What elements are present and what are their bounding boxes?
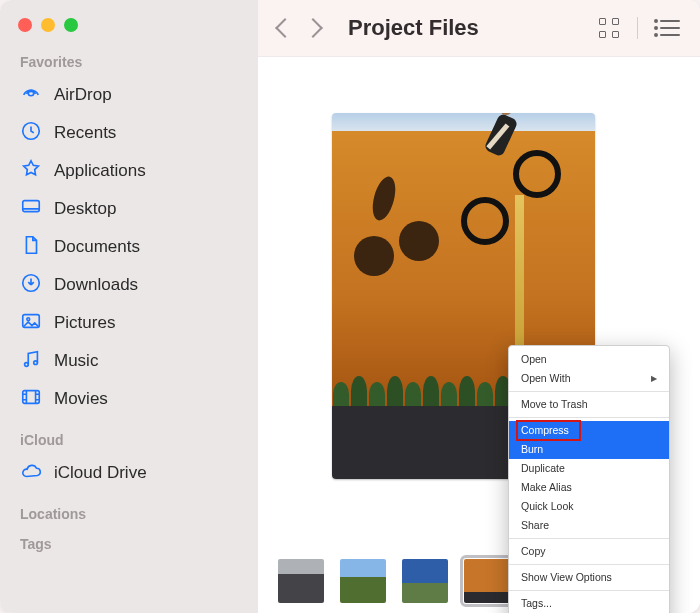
sidebar-item-icloud-drive[interactable]: iCloud Drive [14, 454, 244, 492]
sidebar-item-label: Recents [54, 123, 116, 143]
svg-rect-8 [23, 391, 40, 404]
desktop-icon [20, 196, 42, 222]
downloads-icon [20, 272, 42, 298]
menu-item-show-view-options[interactable]: Show View Options [509, 568, 669, 587]
sidebar-item-music[interactable]: Music [14, 342, 244, 380]
menu-item-tags[interactable]: Tags... [509, 594, 669, 613]
sidebar-item-label: Pictures [54, 313, 115, 333]
section-header-tags: Tags [20, 536, 244, 552]
menu-item-burn[interactable]: Burn [509, 440, 669, 459]
menu-item-label: Open [521, 352, 547, 367]
list-view-button[interactable] [660, 20, 680, 36]
movies-icon [20, 386, 42, 412]
page-title: Project Files [348, 15, 479, 41]
section-header-locations: Locations [20, 506, 244, 522]
section-header-favorites: Favorites [20, 54, 244, 70]
sidebar-item-airdrop[interactable]: AirDrop [14, 76, 244, 114]
menu-item-quick-look[interactable]: Quick Look [509, 497, 669, 516]
sidebar-item-label: Movies [54, 389, 108, 409]
sidebar-item-label: Music [54, 351, 98, 371]
back-button[interactable] [275, 18, 295, 38]
menu-item-label: Quick Look [521, 499, 574, 514]
sidebar-item-label: Applications [54, 161, 146, 181]
sidebar-item-desktop[interactable]: Desktop [14, 190, 244, 228]
svg-point-5 [27, 318, 30, 321]
section-header-icloud: iCloud [20, 432, 244, 448]
svg-rect-2 [23, 201, 40, 212]
menu-separator [509, 391, 669, 392]
finder-window: Favorites AirDrop Recents Applications D… [0, 0, 700, 613]
thumbnail-item-selected[interactable] [464, 559, 510, 603]
sidebar-item-documents[interactable]: Documents [14, 228, 244, 266]
menu-item-duplicate[interactable]: Duplicate [509, 459, 669, 478]
context-menu: OpenOpen With▶Move to TrashCompressBurnD… [508, 345, 670, 613]
thumbnail-item[interactable] [278, 559, 324, 603]
icon-view-button[interactable] [599, 18, 619, 38]
sidebar-item-label: iCloud Drive [54, 463, 147, 483]
close-window-button[interactable] [18, 18, 32, 32]
menu-separator [509, 590, 669, 591]
minimize-window-button[interactable] [41, 18, 55, 32]
sidebar-item-pictures[interactable]: Pictures [14, 304, 244, 342]
thumbnail-item[interactable] [340, 559, 386, 603]
menu-item-label: Share [521, 518, 549, 533]
shadow-graphic [354, 181, 454, 281]
menu-item-share[interactable]: Share [509, 516, 669, 535]
sidebar-item-label: Downloads [54, 275, 138, 295]
music-icon [20, 348, 42, 374]
rider-graphic [463, 125, 573, 295]
menu-separator [509, 538, 669, 539]
sidebar-item-recents[interactable]: Recents [14, 114, 244, 152]
sidebar: Favorites AirDrop Recents Applications D… [0, 0, 258, 613]
menu-item-move-to-trash[interactable]: Move to Trash [509, 395, 669, 414]
menu-item-open-with[interactable]: Open With▶ [509, 369, 669, 388]
toolbar: Project Files [258, 0, 700, 56]
menu-separator [509, 417, 669, 418]
menu-item-label: Tags... [521, 596, 552, 611]
forward-button[interactable] [303, 18, 323, 38]
sidebar-item-movies[interactable]: Movies [14, 380, 244, 418]
thumbnail-item[interactable] [402, 559, 448, 603]
toolbar-divider [637, 17, 638, 39]
submenu-arrow-icon: ▶ [651, 371, 657, 386]
sidebar-item-label: Documents [54, 237, 140, 257]
sidebar-item-label: AirDrop [54, 85, 112, 105]
menu-item-open[interactable]: Open [509, 350, 669, 369]
cloud-icon [20, 460, 42, 486]
menu-item-label: Make Alias [521, 480, 572, 495]
menu-item-label: Compress [521, 423, 569, 438]
document-icon [20, 234, 42, 260]
menu-item-label: Duplicate [521, 461, 565, 476]
menu-item-copy[interactable]: Copy [509, 542, 669, 561]
window-controls [18, 18, 244, 32]
sidebar-item-downloads[interactable]: Downloads [14, 266, 244, 304]
menu-item-label: Show View Options [521, 570, 612, 585]
clock-icon [20, 120, 42, 146]
sidebar-item-applications[interactable]: Applications [14, 152, 244, 190]
sidebar-item-label: Desktop [54, 199, 116, 219]
applications-icon [20, 158, 42, 184]
svg-point-6 [25, 363, 29, 367]
zoom-window-button[interactable] [64, 18, 78, 32]
menu-item-compress[interactable]: Compress [509, 421, 669, 440]
menu-item-label: Move to Trash [521, 397, 588, 412]
menu-item-make-alias[interactable]: Make Alias [509, 478, 669, 497]
pictures-icon [20, 310, 42, 336]
menu-item-label: Burn [521, 442, 543, 457]
menu-separator [509, 564, 669, 565]
nav-arrows [278, 21, 320, 35]
menu-item-label: Copy [521, 544, 546, 559]
menu-item-label: Open With [521, 371, 571, 386]
airdrop-icon [20, 82, 42, 108]
svg-point-7 [34, 361, 38, 365]
